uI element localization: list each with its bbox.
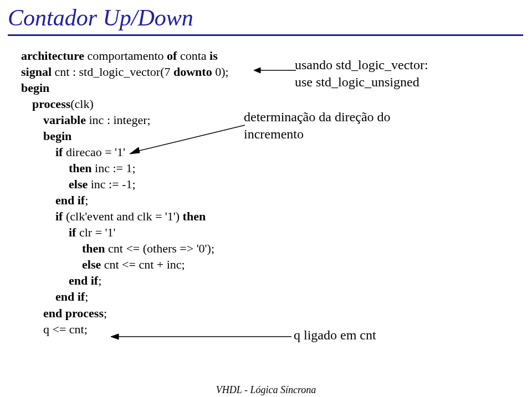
kw-downto: downto	[173, 65, 212, 79]
txt: 0);	[212, 65, 229, 79]
annotation-direction: determinação da direção do incremento	[244, 109, 432, 143]
code-line-10: end if;	[21, 192, 229, 208]
svg-marker-1	[254, 68, 260, 73]
kw-is: is	[209, 49, 218, 63]
txt: direcao = '1'	[63, 145, 125, 159]
code-block: architecture comportamento of conta is s…	[21, 48, 229, 337]
annotation-std-logic: usando std_logic_vector: use std_logic_u…	[295, 56, 467, 91]
kw-endif: end if	[55, 290, 85, 303]
txt: cnt <= (others => '0');	[105, 241, 214, 255]
txt: (clk'event and clk = '1')	[63, 209, 182, 223]
svg-marker-5	[111, 334, 119, 339]
code-line-8: then inc := 1;	[21, 160, 229, 176]
page-title: Contador Up/Down	[0, 0, 532, 31]
code-line-11: if (clk'event and clk = '1') then	[21, 208, 229, 224]
kw-then: then	[69, 161, 92, 175]
code-line-12: if clr = '1'	[21, 224, 229, 240]
txt: (clk)	[70, 97, 94, 111]
kw-then: then	[82, 241, 105, 255]
kw-architecture: architecture	[21, 49, 84, 63]
txt: comportamento	[84, 49, 167, 63]
txt: cnt <= cnt + inc;	[101, 257, 185, 271]
txt: cnt : std_logic_vector(7	[52, 65, 173, 79]
title-underline	[8, 34, 523, 36]
code-line-2: signal cnt : std_logic_vector(7 downto 0…	[21, 64, 229, 80]
kw-if: if	[69, 225, 76, 239]
code-line-15: end if;	[21, 272, 229, 288]
txt: ;	[85, 193, 88, 207]
txt: conta	[177, 49, 209, 63]
anno-line: incremento	[244, 126, 432, 143]
kw-of: of	[167, 49, 177, 63]
kw-then: then	[183, 209, 206, 223]
txt: clr = '1'	[76, 225, 115, 239]
code-line-1: architecture comportamento of conta is	[21, 48, 229, 64]
kw-endif: end if	[55, 193, 85, 207]
code-line-17: end process;	[21, 305, 229, 321]
kw-if: if	[55, 145, 63, 159]
txt: ;	[98, 274, 101, 287]
kw-else: else	[69, 177, 88, 191]
kw-process: process	[32, 97, 70, 111]
kw-if: if	[55, 209, 63, 223]
arrow-icon	[254, 66, 296, 74]
txt: ;	[85, 290, 88, 303]
arrow-icon	[111, 332, 291, 341]
txt: ;	[104, 306, 107, 320]
anno-line: q ligado em cnt	[294, 328, 376, 342]
code-line-4: process(clk)	[21, 96, 229, 112]
anno-line: use std_logic_unsigned	[295, 74, 467, 91]
code-line-16: end if;	[21, 288, 229, 305]
kw-endprocess: end process	[43, 306, 104, 320]
footer-text: VHDL - Lógica Síncrona	[0, 384, 532, 396]
annotation-q-ligado: q ligado em cnt	[294, 327, 376, 344]
arrow-icon	[127, 123, 245, 156]
svg-line-2	[135, 125, 245, 152]
kw-signal: signal	[21, 65, 52, 79]
anno-line: usando std_logic_vector:	[295, 56, 467, 74]
anno-line: determinação da direção do	[244, 109, 432, 126]
code-line-13: then cnt <= (others => '0');	[21, 240, 229, 256]
kw-endif: end if	[69, 274, 98, 287]
code-line-9: else inc := -1;	[21, 176, 229, 192]
txt: inc := -1;	[88, 177, 135, 191]
code-line-3: begin	[21, 80, 229, 96]
kw-variable: variable	[43, 113, 86, 127]
txt: inc := 1;	[92, 161, 136, 175]
svg-marker-3	[130, 147, 140, 154]
kw-else: else	[82, 257, 101, 271]
code-line-14: else cnt <= cnt + inc;	[21, 256, 229, 272]
